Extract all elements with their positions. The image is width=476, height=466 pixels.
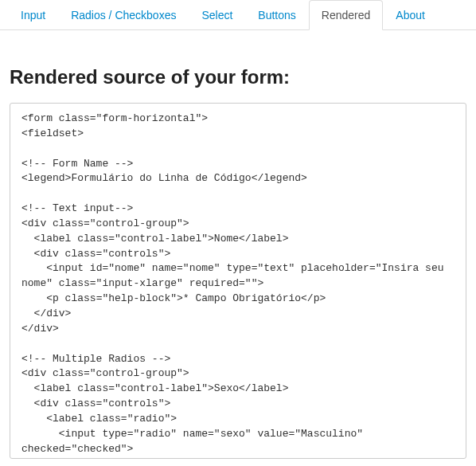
tab-bar: Input Radios / Checkboxes Select Buttons… — [0, 0, 476, 30]
tab-content: Rendered source of your form: <form clas… — [0, 30, 476, 459]
page-title: Rendered source of your form: — [10, 66, 466, 88]
tab-buttons[interactable]: Buttons — [245, 0, 308, 30]
tab-select[interactable]: Select — [189, 0, 245, 30]
tab-radios-checkboxes[interactable]: Radios / Checkboxes — [58, 0, 189, 30]
tab-about[interactable]: About — [383, 0, 438, 30]
rendered-source-container: <form class="form-horizontal"> <fieldset… — [10, 103, 466, 459]
tab-input[interactable]: Input — [8, 0, 58, 30]
tab-rendered[interactable]: Rendered — [309, 0, 384, 30]
rendered-source-code[interactable]: <form class="form-horizontal"> <fieldset… — [10, 104, 466, 458]
